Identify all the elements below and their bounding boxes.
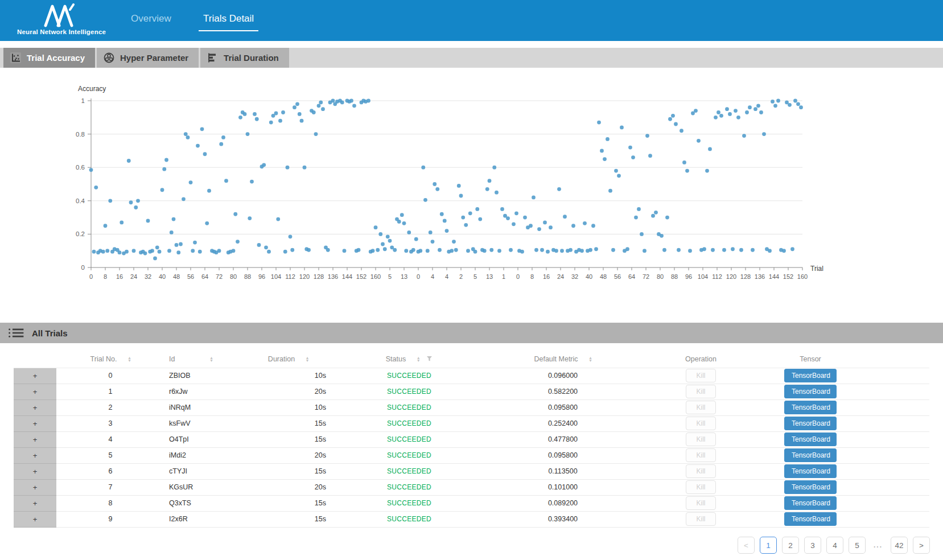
sort-icon[interactable]: ▴▾	[210, 356, 212, 362]
column-label-trial-no: Trial No.	[90, 355, 117, 363]
expand-row-button[interactable]: +	[14, 479, 56, 495]
kill-button[interactable]: Kill	[686, 496, 715, 510]
svg-text:128: 128	[740, 273, 751, 280]
all-trials-title: All Trials	[32, 328, 68, 338]
tensorboard-button[interactable]: TensorBoard	[784, 369, 837, 382]
pagination-page-2[interactable]: 2	[782, 537, 799, 554]
spacer-cell	[867, 479, 929, 495]
status-badge: SUCCEEDED	[341, 415, 477, 431]
nav-overview-label: Overview	[126, 10, 176, 31]
tensorboard-button[interactable]: TensorBoard	[784, 480, 837, 494]
pagination-next-button[interactable]: >	[913, 537, 930, 554]
trial-number-cell: 9	[56, 511, 164, 527]
table-row: +0ZBIOB10sSUCCEEDED0.096000KillTensorBoa…	[14, 368, 929, 384]
svg-text:0: 0	[417, 273, 420, 280]
tensorboard-button[interactable]: TensorBoard	[784, 448, 837, 462]
tensorboard-button[interactable]: TensorBoard	[784, 385, 837, 398]
kill-button[interactable]: Kill	[686, 385, 715, 398]
svg-text:48: 48	[173, 273, 180, 280]
kill-button[interactable]: Kill	[686, 464, 715, 478]
expand-row-button[interactable]: +	[14, 447, 56, 463]
table-row: +5iMdi220sSUCCEEDED0.095800KillTensorBoa…	[14, 447, 929, 463]
expand-row-button[interactable]: +	[14, 415, 56, 431]
tab-trial-accuracy[interactable]: Trial Accuracy	[3, 48, 95, 68]
sort-icon[interactable]: ▴▾	[590, 356, 592, 362]
tab-trial-duration[interactable]: Trial Duration	[200, 48, 289, 68]
pagination-prev-button[interactable]: <	[738, 537, 755, 554]
kill-button[interactable]: Kill	[686, 433, 715, 446]
operation-cell: Kill	[648, 511, 753, 527]
wheel-icon	[104, 52, 114, 63]
expand-row-button[interactable]: +	[14, 400, 56, 415]
svg-text:32: 32	[571, 273, 578, 280]
svg-text:144: 144	[342, 273, 352, 280]
filter-icon[interactable]	[426, 356, 433, 362]
tensorboard-button[interactable]: TensorBoard	[784, 496, 837, 510]
expand-row-button[interactable]: +	[14, 368, 56, 384]
svg-text:16: 16	[116, 273, 123, 280]
duration-cell: 15s	[236, 511, 341, 527]
pagination-page-3[interactable]: 3	[804, 537, 821, 554]
status-badge: SUCCEEDED	[341, 447, 477, 463]
svg-text:40: 40	[159, 273, 166, 280]
trial-number-cell: 0	[56, 368, 164, 384]
expand-row-button[interactable]: +	[14, 431, 56, 447]
nav-tab-trials-detail[interactable]: Trials Detail	[199, 0, 258, 41]
svg-text:Trial: Trial	[810, 265, 823, 273]
svg-text:48: 48	[600, 273, 607, 280]
trials-table-wrap: Trial No.▴▾Id▴▾Duration▴▾Status▴▾Default…	[14, 351, 929, 528]
kill-button[interactable]: Kill	[686, 448, 715, 462]
kill-button[interactable]: Kill	[686, 512, 715, 526]
svg-text:1: 1	[502, 273, 505, 280]
sort-icon[interactable]: ▴▾	[306, 356, 308, 362]
column-header-operation: Operation	[648, 351, 753, 368]
tensor-cell: TensorBoard	[753, 479, 867, 495]
trial-id-cell: I2x6R	[164, 511, 236, 527]
kill-button[interactable]: Kill	[686, 401, 715, 414]
trial-id-cell: ksFwV	[164, 415, 236, 431]
trial-id-cell: ZBIOB	[164, 368, 236, 384]
expand-row-button[interactable]: +	[14, 384, 56, 400]
pagination-page-5[interactable]: 5	[849, 537, 866, 554]
tensorboard-button[interactable]: TensorBoard	[784, 512, 837, 526]
svg-text:Accuracy: Accuracy	[78, 85, 106, 93]
sort-icon[interactable]: ▴▾	[128, 356, 130, 362]
svg-text:104: 104	[271, 273, 281, 280]
kill-button[interactable]: Kill	[686, 369, 715, 382]
pagination-page-1[interactable]: 1	[760, 537, 777, 554]
tensor-cell: TensorBoard	[753, 431, 867, 447]
header-row: Trial No.▴▾Id▴▾Duration▴▾Status▴▾Default…	[14, 351, 929, 368]
tensorboard-button[interactable]: TensorBoard	[784, 464, 837, 478]
tensor-cell: TensorBoard	[753, 400, 867, 415]
trial-id-cell: KGsUR	[164, 479, 236, 495]
expand-row-button[interactable]: +	[14, 511, 56, 527]
trial-number-cell: 2	[56, 400, 164, 415]
tab-trial-duration-label: Trial Duration	[224, 53, 279, 63]
tensorboard-button[interactable]: TensorBoard	[784, 417, 837, 430]
spacer-cell	[867, 495, 929, 511]
tensorboard-button[interactable]: TensorBoard	[784, 401, 837, 414]
pagination-page-4[interactable]: 4	[826, 537, 843, 554]
nni-logo-icon	[30, 3, 93, 27]
svg-text:1: 1	[81, 97, 85, 104]
kill-button[interactable]: Kill	[686, 417, 715, 430]
tensorboard-button[interactable]: TensorBoard	[784, 433, 837, 446]
duration-cell: 15s	[236, 495, 341, 511]
pagination: <12345...42>	[738, 537, 930, 554]
duration-cell: 20s	[236, 479, 341, 495]
tab-hyper-parameter[interactable]: Hyper Parameter	[97, 48, 199, 68]
trials-table: Trial No.▴▾Id▴▾Duration▴▾Status▴▾Default…	[14, 351, 929, 528]
kill-button[interactable]: Kill	[686, 480, 715, 494]
expand-row-button[interactable]: +	[14, 463, 56, 479]
trial-id-cell: O4TpI	[164, 431, 236, 447]
status-badge: SUCCEEDED	[341, 463, 477, 479]
duration-cell: 10s	[236, 400, 341, 415]
column-label-operation: Operation	[685, 355, 716, 363]
pagination-page-42[interactable]: 42	[891, 537, 908, 554]
svg-text:80: 80	[230, 273, 237, 280]
nav-tab-overview[interactable]: Overview	[126, 0, 176, 41]
svg-text:0.8: 0.8	[76, 131, 85, 138]
sort-icon[interactable]: ▴▾	[417, 356, 419, 362]
spacer-column-header	[867, 351, 929, 368]
expand-row-button[interactable]: +	[14, 495, 56, 511]
